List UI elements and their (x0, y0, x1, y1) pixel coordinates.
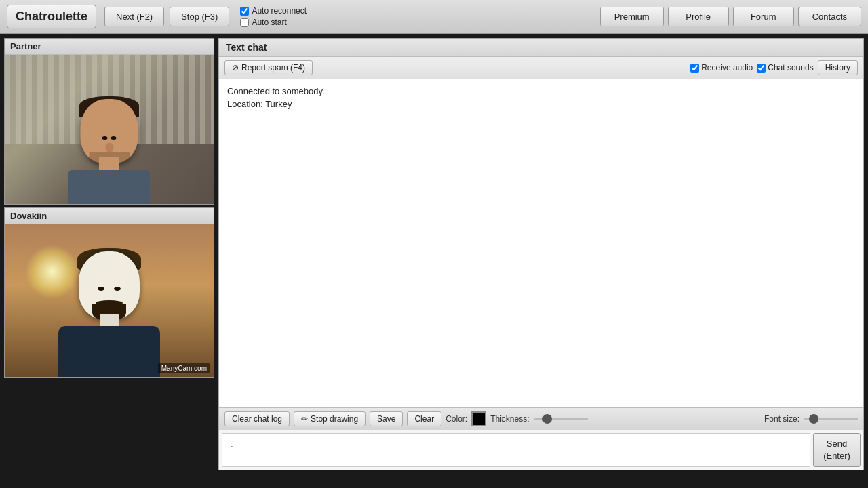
auto-start-checkbox[interactable] (240, 18, 249, 27)
face-body (68, 170, 150, 204)
bottom-strip (0, 474, 868, 488)
receive-audio-label[interactable]: Receive audio (690, 63, 753, 73)
input-row: Send (Enter) (219, 430, 863, 470)
bottom-toolbar: Clear chat log ✏ Stop drawing Save Clear… (219, 407, 863, 430)
chat-input[interactable] (222, 433, 810, 467)
manycam-watermark: ManyCam.com (158, 363, 210, 373)
partner-label: Partner (5, 39, 214, 55)
stop-button[interactable]: Stop (F3) (170, 7, 229, 26)
chat-toolbar: ⊘ Report spam (F4) Receive audio Chat so… (219, 57, 863, 79)
thickness-label: Thickness: (490, 414, 529, 424)
chat-message-2: Location: Turkey (227, 99, 855, 109)
history-button[interactable]: History (818, 60, 858, 75)
right-nav-buttons: Premium Profile Forum Contacts (600, 7, 861, 26)
topbar: Chatroulette Next (F2) Stop (F3) Auto re… (0, 0, 868, 34)
self-video: ManyCam.com (5, 224, 214, 377)
color-label: Color: (446, 414, 467, 424)
partner-cam-feed (5, 55, 214, 204)
chat-sounds-label[interactable]: Chat sounds (757, 63, 813, 73)
font-size-slider[interactable] (804, 418, 858, 420)
profile-button[interactable]: Profile (668, 7, 729, 26)
face-eye-right (111, 136, 117, 140)
clear-button[interactable]: Clear (407, 411, 441, 426)
receive-audio-checkbox[interactable] (690, 64, 699, 73)
face-head (81, 99, 138, 163)
mask-eye-right (114, 287, 121, 291)
spam-icon: ⊘ (232, 63, 239, 73)
self-cam-feed: ManyCam.com (5, 224, 214, 377)
partner-video (5, 55, 214, 204)
face-nose (105, 143, 113, 152)
chat-header: Text chat (219, 39, 863, 57)
partner-section: Partner (4, 38, 214, 205)
send-button[interactable]: Send (Enter) (813, 433, 861, 467)
right-panel: Text chat ⊘ Report spam (F4) Receive aud… (218, 38, 864, 470)
next-button[interactable]: Next (F2) (104, 7, 164, 26)
mask-body (58, 326, 160, 377)
thickness-slider[interactable] (534, 418, 588, 420)
auto-start-label[interactable]: Auto start (240, 18, 307, 27)
main-content: Partner (0, 34, 868, 474)
chat-messages: Connected to somebody. Location: Turkey (219, 79, 863, 407)
auto-reconnect-label[interactable]: Auto reconnect (240, 6, 307, 16)
face-eye-left (102, 136, 108, 140)
forum-button[interactable]: Forum (733, 7, 794, 26)
app-title: Chatroulette (7, 5, 96, 28)
font-size-label: Font size: (764, 414, 800, 424)
mask-eye-left (98, 287, 104, 291)
self-figure (55, 241, 163, 377)
report-spam-button[interactable]: ⊘ Report spam (F4) (224, 60, 313, 75)
auto-options: Auto reconnect Auto start (240, 6, 307, 27)
self-section: Dovakiin ManyCam (4, 207, 214, 378)
premium-button[interactable]: Premium (600, 7, 664, 26)
chat-sounds-checkbox[interactable] (757, 64, 766, 73)
save-button[interactable]: Save (370, 411, 403, 426)
contacts-button[interactable]: Contacts (798, 7, 861, 26)
auto-reconnect-checkbox[interactable] (240, 7, 249, 16)
stop-drawing-button[interactable]: ✏ Stop drawing (294, 411, 366, 426)
toolbar-right: Receive audio Chat sounds History (690, 60, 858, 75)
clear-chat-log-button[interactable]: Clear chat log (224, 411, 290, 426)
left-panel: Partner (4, 38, 214, 470)
chat-message-1: Connected to somebody. (227, 86, 855, 96)
mask-head (79, 251, 140, 319)
self-label: Dovakiin (5, 208, 214, 224)
pencil-icon: ✏ (301, 414, 308, 424)
color-picker-button[interactable] (471, 411, 486, 426)
partner-face (68, 85, 150, 201)
